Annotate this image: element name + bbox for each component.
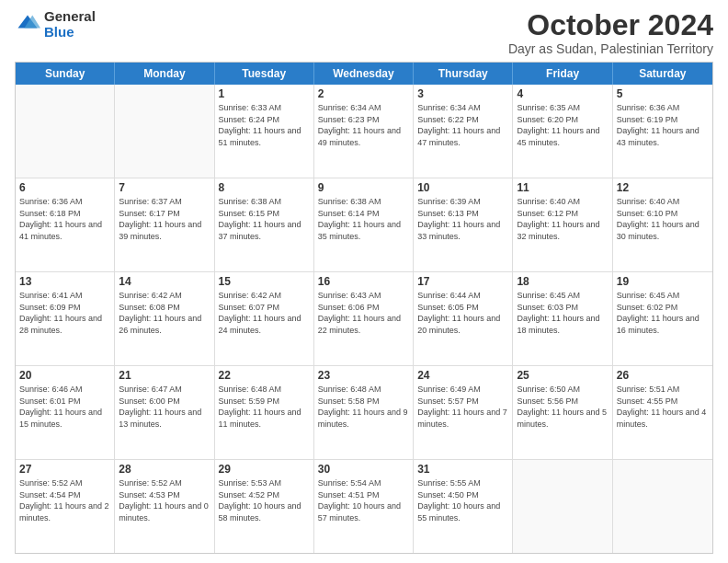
day-info: Sunrise: 6:37 AMSunset: 6:17 PMDaylight:…	[119, 196, 210, 242]
calendar-cell: 2Sunrise: 6:34 AMSunset: 6:23 PMDaylight…	[314, 85, 414, 178]
calendar-cell	[613, 460, 712, 553]
calendar-row-3: 20Sunrise: 6:46 AMSunset: 6:01 PMDayligh…	[16, 366, 712, 460]
day-number: 11	[517, 181, 608, 194]
logo: General Blue	[15, 9, 96, 40]
day-info: Sunrise: 6:48 AMSunset: 5:59 PMDaylight:…	[219, 384, 310, 430]
day-info: Sunrise: 6:44 AMSunset: 6:05 PMDaylight:…	[417, 290, 508, 336]
day-info: Sunrise: 6:50 AMSunset: 5:56 PMDaylight:…	[517, 384, 608, 430]
day-number: 8	[219, 181, 310, 194]
day-info: Sunrise: 6:35 AMSunset: 6:20 PMDaylight:…	[517, 102, 608, 148]
page: General Blue October 2024 Dayr as Sudan,…	[0, 0, 728, 563]
header-day-thursday: Thursday	[414, 63, 513, 85]
day-info: Sunrise: 5:52 AMSunset: 4:53 PMDaylight:…	[119, 477, 210, 523]
header-day-tuesday: Tuesday	[215, 63, 314, 85]
day-number: 9	[318, 181, 409, 194]
day-number: 23	[318, 369, 409, 382]
day-info: Sunrise: 6:43 AMSunset: 6:06 PMDaylight:…	[318, 290, 409, 336]
day-number: 27	[19, 463, 110, 476]
subtitle: Dayr as Sudan, Palestinian Territory	[508, 41, 713, 56]
day-info: Sunrise: 5:54 AMSunset: 4:51 PMDaylight:…	[318, 477, 409, 523]
day-info: Sunrise: 6:45 AMSunset: 6:03 PMDaylight:…	[517, 290, 608, 336]
day-number: 31	[417, 463, 508, 476]
calendar-cell: 27Sunrise: 5:52 AMSunset: 4:54 PMDayligh…	[16, 460, 115, 553]
calendar-row-1: 6Sunrise: 6:36 AMSunset: 6:18 PMDaylight…	[16, 178, 712, 272]
day-info: Sunrise: 6:42 AMSunset: 6:08 PMDaylight:…	[119, 290, 210, 336]
calendar-cell: 16Sunrise: 6:43 AMSunset: 6:06 PMDayligh…	[314, 272, 414, 365]
day-number: 20	[19, 369, 110, 382]
day-info: Sunrise: 6:49 AMSunset: 5:57 PMDaylight:…	[417, 384, 508, 430]
day-info: Sunrise: 6:40 AMSunset: 6:12 PMDaylight:…	[517, 196, 608, 242]
day-number: 12	[617, 181, 709, 194]
header-day-friday: Friday	[513, 63, 612, 85]
day-number: 29	[219, 463, 310, 476]
day-info: Sunrise: 5:55 AMSunset: 4:50 PMDaylight:…	[417, 477, 508, 523]
calendar-row-2: 13Sunrise: 6:41 AMSunset: 6:09 PMDayligh…	[16, 272, 712, 366]
day-number: 5	[617, 87, 709, 100]
calendar-cell: 18Sunrise: 6:45 AMSunset: 6:03 PMDayligh…	[513, 272, 612, 365]
day-number: 19	[617, 275, 709, 288]
calendar-cell: 25Sunrise: 6:50 AMSunset: 5:56 PMDayligh…	[513, 366, 612, 459]
day-info: Sunrise: 6:42 AMSunset: 6:07 PMDaylight:…	[219, 290, 310, 336]
title-area: October 2024 Dayr as Sudan, Palestinian …	[508, 9, 713, 56]
calendar-cell: 9Sunrise: 6:38 AMSunset: 6:14 PMDaylight…	[314, 178, 414, 271]
day-info: Sunrise: 5:53 AMSunset: 4:52 PMDaylight:…	[219, 477, 310, 523]
logo-text: General Blue	[44, 9, 96, 40]
calendar-cell: 8Sunrise: 6:38 AMSunset: 6:15 PMDaylight…	[215, 178, 314, 271]
day-number: 3	[417, 87, 508, 100]
day-number: 10	[417, 181, 508, 194]
calendar-cell: 5Sunrise: 6:36 AMSunset: 6:19 PMDaylight…	[613, 85, 712, 178]
day-number: 30	[318, 463, 409, 476]
day-number: 16	[318, 275, 409, 288]
header: General Blue October 2024 Dayr as Sudan,…	[15, 9, 713, 56]
day-number: 6	[19, 181, 110, 194]
day-info: Sunrise: 6:33 AMSunset: 6:24 PMDaylight:…	[219, 102, 310, 148]
calendar-cell: 21Sunrise: 6:47 AMSunset: 6:00 PMDayligh…	[115, 366, 214, 459]
day-info: Sunrise: 5:51 AMSunset: 4:55 PMDaylight:…	[617, 384, 709, 430]
day-number: 4	[517, 87, 608, 100]
day-info: Sunrise: 6:34 AMSunset: 6:22 PMDaylight:…	[417, 102, 508, 148]
day-info: Sunrise: 6:40 AMSunset: 6:10 PMDaylight:…	[617, 196, 709, 242]
calendar-cell: 19Sunrise: 6:45 AMSunset: 6:02 PMDayligh…	[613, 272, 712, 365]
calendar-cell: 10Sunrise: 6:39 AMSunset: 6:13 PMDayligh…	[414, 178, 513, 271]
calendar-cell: 22Sunrise: 6:48 AMSunset: 5:59 PMDayligh…	[215, 366, 314, 459]
calendar-cell: 15Sunrise: 6:42 AMSunset: 6:07 PMDayligh…	[215, 272, 314, 365]
calendar-cell: 14Sunrise: 6:42 AMSunset: 6:08 PMDayligh…	[115, 272, 214, 365]
calendar-cell: 17Sunrise: 6:44 AMSunset: 6:05 PMDayligh…	[414, 272, 513, 365]
day-number: 21	[119, 369, 210, 382]
calendar-cell: 11Sunrise: 6:40 AMSunset: 6:12 PMDayligh…	[513, 178, 612, 271]
day-number: 22	[219, 369, 310, 382]
calendar-row-4: 27Sunrise: 5:52 AMSunset: 4:54 PMDayligh…	[16, 460, 712, 553]
day-number: 26	[617, 369, 709, 382]
calendar-cell: 26Sunrise: 5:51 AMSunset: 4:55 PMDayligh…	[613, 366, 712, 459]
day-number: 17	[417, 275, 508, 288]
main-title: October 2024	[508, 9, 713, 41]
calendar-cell: 24Sunrise: 6:49 AMSunset: 5:57 PMDayligh…	[414, 366, 513, 459]
calendar-body: 1Sunrise: 6:33 AMSunset: 6:24 PMDaylight…	[16, 85, 712, 553]
day-info: Sunrise: 6:48 AMSunset: 5:58 PMDaylight:…	[318, 384, 409, 430]
day-info: Sunrise: 6:36 AMSunset: 6:18 PMDaylight:…	[19, 196, 110, 242]
day-number: 7	[119, 181, 210, 194]
calendar-cell: 23Sunrise: 6:48 AMSunset: 5:58 PMDayligh…	[314, 366, 414, 459]
calendar-row-0: 1Sunrise: 6:33 AMSunset: 6:24 PMDaylight…	[16, 85, 712, 178]
day-number: 14	[119, 275, 210, 288]
calendar-cell: 7Sunrise: 6:37 AMSunset: 6:17 PMDaylight…	[115, 178, 214, 271]
logo-general-text: General	[44, 9, 96, 25]
day-number: 24	[417, 369, 508, 382]
day-number: 2	[318, 87, 409, 100]
day-info: Sunrise: 6:45 AMSunset: 6:02 PMDaylight:…	[617, 290, 709, 336]
calendar-cell	[513, 460, 612, 553]
day-info: Sunrise: 6:38 AMSunset: 6:14 PMDaylight:…	[318, 196, 409, 242]
calendar-cell: 13Sunrise: 6:41 AMSunset: 6:09 PMDayligh…	[16, 272, 115, 365]
day-info: Sunrise: 6:46 AMSunset: 6:01 PMDaylight:…	[19, 384, 110, 430]
calendar-cell: 3Sunrise: 6:34 AMSunset: 6:22 PMDaylight…	[414, 85, 513, 178]
calendar-cell: 12Sunrise: 6:40 AMSunset: 6:10 PMDayligh…	[613, 178, 712, 271]
day-info: Sunrise: 6:34 AMSunset: 6:23 PMDaylight:…	[318, 102, 409, 148]
calendar-cell: 30Sunrise: 5:54 AMSunset: 4:51 PMDayligh…	[314, 460, 414, 553]
day-number: 18	[517, 275, 608, 288]
calendar-cell	[115, 85, 214, 178]
day-number: 15	[219, 275, 310, 288]
calendar-cell: 31Sunrise: 5:55 AMSunset: 4:50 PMDayligh…	[414, 460, 513, 553]
day-info: Sunrise: 6:36 AMSunset: 6:19 PMDaylight:…	[617, 102, 709, 148]
calendar: SundayMondayTuesdayWednesdayThursdayFrid…	[15, 62, 713, 554]
day-number: 1	[219, 87, 310, 100]
